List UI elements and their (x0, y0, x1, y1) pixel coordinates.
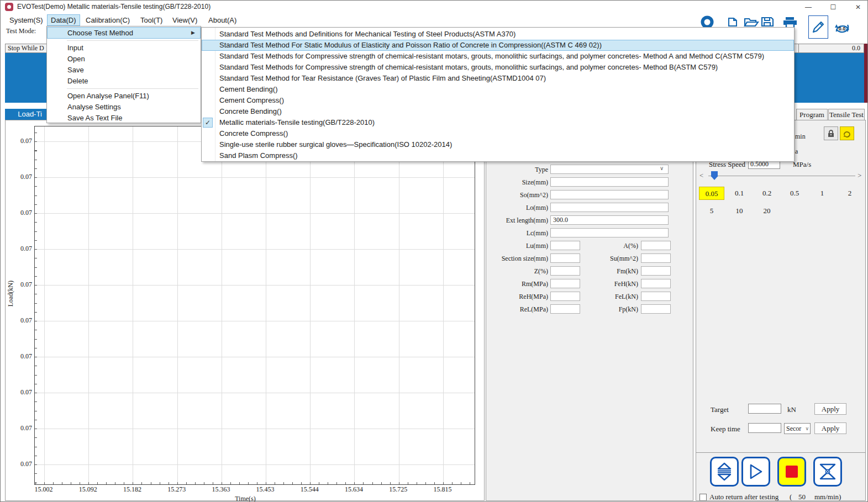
jog-up-down-button[interactable] (710, 457, 739, 487)
data-menu-item[interactable]: Analyse Settings (47, 102, 201, 113)
speed-preset-button[interactable]: 0.2 (754, 187, 780, 200)
data-menu-item-label: Analyse Settings (67, 103, 121, 111)
test-method-item[interactable]: Standard Test Method for Tear Resistance… (202, 73, 794, 84)
form-field-input[interactable] (550, 165, 669, 174)
data-menu-item[interactable]: Open Analyse Panel(F11) (47, 91, 201, 102)
stop-test-button[interactable] (777, 457, 806, 487)
close-button[interactable]: ✕ (849, 1, 867, 14)
data-menu-item[interactable]: Choose Test Method ▶ (47, 27, 201, 39)
form-field-label: Rm(MPa) (486, 280, 548, 288)
data-menu-item[interactable]: Open (47, 54, 201, 65)
return-limit-button[interactable] (813, 457, 842, 487)
tab-program[interactable]: Program (796, 109, 828, 120)
form-field-input[interactable]: 300.0 (550, 215, 669, 225)
tab-tensile-test[interactable]: Tensile Test (828, 109, 865, 120)
menu-tool[interactable]: Tool(T) (137, 15, 166, 25)
auto-return-label: Auto return after testing (709, 493, 778, 501)
test-method-item-label: Metallic materials-Tensile testing(GB/T2… (219, 118, 375, 126)
test-method-item[interactable]: Single-use sterile rubber surgical glove… (202, 139, 794, 150)
form-field-input[interactable] (641, 266, 671, 276)
menu-view[interactable]: View(V) (169, 15, 201, 25)
form-row: Lo(mm) (486, 203, 693, 214)
form-field-input[interactable] (550, 190, 669, 199)
y-tick-label: 0.07 (17, 316, 32, 325)
test-method-item[interactable]: Standard Test Methods and Definitions fo… (202, 29, 794, 40)
form-field-label: Su(mm^2) (575, 255, 638, 263)
zero-reset-icon[interactable]: 0.0 (831, 20, 853, 36)
test-method-item[interactable]: Concrete Compress() (202, 128, 794, 139)
data-menu-item[interactable]: Input (47, 43, 201, 54)
open-folder-icon[interactable] (744, 17, 759, 27)
test-method-item[interactable]: Standard Test Methods for Compressive st… (202, 62, 794, 73)
new-file-icon[interactable] (727, 17, 739, 27)
lock-button[interactable] (824, 126, 838, 140)
speed-preset-button[interactable]: 2 (837, 187, 862, 200)
speed-preset-button[interactable]: 5 (699, 204, 724, 218)
test-method-item[interactable]: Cement Compress() (202, 95, 794, 106)
chart-panel: 0.070.070.070.070.070.070.070.070.070.07… (5, 120, 485, 501)
target-input[interactable] (748, 404, 781, 414)
data-menu-item[interactable] (47, 39, 201, 43)
form-field-label: Lu(mm) (486, 242, 548, 250)
speed-preset-button[interactable]: 20 (754, 204, 780, 218)
speed-preset-button[interactable]: 10 (727, 204, 752, 218)
menu-data[interactable]: Data(D) (48, 15, 80, 25)
data-menu-item[interactable]: Save As Text File (47, 113, 201, 124)
edit-pencil-icon[interactable] (808, 15, 828, 39)
plot-area[interactable] (34, 126, 475, 485)
test-method-item[interactable]: Cement Bending() (202, 84, 794, 95)
repeat-loop-button[interactable] (840, 126, 854, 140)
save-icon[interactable] (761, 17, 774, 27)
slider-left-arrow[interactable]: < (699, 171, 703, 180)
hourglass-icon (819, 462, 837, 481)
start-test-button[interactable] (741, 457, 770, 487)
form-field-input[interactable] (550, 228, 669, 237)
speed-slider-thumb[interactable] (711, 171, 718, 180)
form-field-input[interactable] (550, 177, 669, 187)
auto-return-checkbox[interactable] (699, 494, 707, 501)
form-row: Lc(mm) (486, 228, 693, 239)
x-tick-label: 15.363 (199, 485, 243, 494)
menu-calibration[interactable]: Calibration(C) (82, 15, 133, 25)
y-tick-label: 0.07 (17, 424, 32, 432)
return-speed-unit: mm/min) (814, 493, 841, 501)
data-menu-item[interactable]: Delete (47, 76, 201, 87)
y-tick-label: 0.07 (17, 244, 32, 253)
menu-system[interactable]: System(S) (6, 15, 46, 25)
form-field-input[interactable] (641, 253, 671, 263)
speed-preset-button[interactable]: 0.05 (699, 187, 724, 200)
status-load-value: 0.0 (798, 44, 864, 53)
speed-preset-button[interactable]: 0.1 (727, 187, 752, 200)
data-menu-item[interactable]: Save (47, 65, 201, 76)
x-tick-label: 15.002 (22, 485, 66, 494)
keep-time-input[interactable] (748, 423, 781, 433)
form-field-input[interactable] (550, 203, 669, 212)
minimize-button[interactable]: — (799, 1, 818, 14)
form-field-input[interactable] (641, 292, 671, 301)
keep-time-apply-button[interactable]: Apply (814, 422, 846, 434)
form-field-input[interactable] (641, 279, 671, 288)
test-method-item[interactable]: ✓ Metallic materials-Tensile testing(GB/… (202, 117, 794, 128)
test-method-item[interactable]: Standard Test Methods for Compressive st… (202, 51, 794, 62)
stop-while-dropdown[interactable]: Stop While D (5, 44, 49, 53)
chevron-down-icon[interactable]: ∨ (660, 165, 691, 171)
form-field-input[interactable] (641, 304, 671, 314)
test-method-item[interactable]: Sand Plasm Compress() (202, 150, 794, 161)
speed-preset-button[interactable]: 1 (809, 187, 835, 200)
form-field-label: ReL(MPa) (486, 305, 548, 314)
slider-right-arrow[interactable]: > (858, 171, 861, 180)
test-method-item-label: Cement Compress() (219, 96, 284, 104)
maximize-button[interactable]: ☐ (824, 1, 843, 14)
title-bar: EVOTest(Demo) Metallic materials-Tensile… (1, 1, 867, 14)
speed-preset-button[interactable]: 0.5 (782, 187, 807, 200)
target-apply-button[interactable]: Apply (814, 403, 846, 415)
menu-about[interactable]: About(A) (205, 15, 240, 25)
keep-time-unit-dropdown[interactable]: Secor ∨ (784, 423, 811, 434)
app-window: EVOTest(Demo) Metallic materials-Tensile… (0, 0, 868, 502)
form-field-input[interactable] (641, 241, 671, 250)
test-method-item[interactable]: Standard Test Method For Static Modulus … (202, 40, 794, 51)
test-method-item[interactable]: Concrete Bending() (202, 106, 794, 117)
speed-slider-track[interactable] (708, 176, 855, 176)
stress-speed-unit: MPa/s (793, 160, 811, 169)
data-menu-item[interactable] (47, 87, 201, 91)
